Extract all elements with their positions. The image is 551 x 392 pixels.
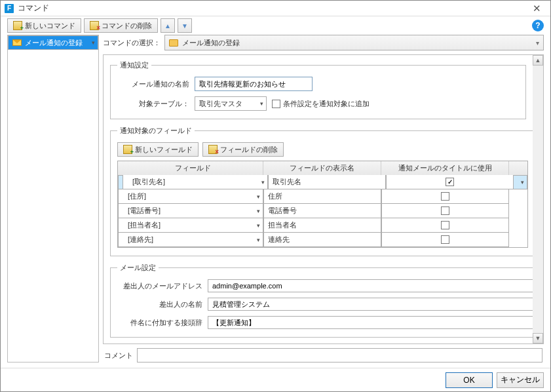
in-title-cell: [381, 189, 509, 204]
delete-command-button[interactable]: コマンドの削除: [84, 18, 158, 33]
comment-input[interactable]: [137, 348, 542, 363]
delete-field-button[interactable]: フィールドの削除: [202, 142, 284, 157]
in-title-checkbox[interactable]: [441, 206, 449, 215]
from-name-label: 差出人の名前: [117, 300, 202, 309]
mail-settings-legend: メール設定: [117, 263, 159, 273]
scroll-up-button[interactable]: ▲: [533, 55, 543, 66]
scroll-track[interactable]: [533, 66, 543, 333]
footer: OK キャンセル: [1, 368, 550, 391]
display-name-cell[interactable]: 担当者名: [263, 218, 381, 233]
delete-command-label: コマンドの削除: [102, 21, 152, 31]
command-select-dropdown[interactable]: メール通知の登録: [164, 35, 544, 50]
move-down-button[interactable]: ▼: [178, 18, 192, 33]
close-button[interactable]: ✕: [527, 2, 546, 15]
new-icon: [123, 145, 132, 154]
command-select-value: メール通知の登録: [182, 38, 240, 48]
vertical-scrollbar[interactable]: ▲ ▼: [533, 55, 543, 343]
display-name-cell[interactable]: 取引先名: [268, 175, 386, 189]
toolbar: 新しいコマンド コマンドの削除 ▲ ▼ ?: [1, 16, 550, 35]
notify-name-label: メール通知の名前: [117, 79, 189, 89]
notify-name-input[interactable]: [195, 77, 313, 91]
target-table-select[interactable]: 取引先マスタ: [195, 96, 267, 111]
table-row[interactable]: [取引先名]取引先名: [118, 175, 527, 189]
sidebar-item-label: メール通知の登録: [25, 38, 83, 48]
comment-label: コメント: [104, 351, 133, 361]
window-title: コマンド: [18, 3, 527, 14]
app-icon: F: [5, 4, 14, 13]
display-name-cell[interactable]: 連絡先: [263, 233, 381, 247]
subject-prefix-input[interactable]: [208, 316, 533, 329]
add-condition-checkbox[interactable]: [272, 100, 280, 108]
sidebar-item-mail-register[interactable]: メール通知の登録: [8, 35, 98, 50]
field-cell[interactable]: [住所]: [118, 189, 263, 204]
in-title-cell: [381, 233, 509, 247]
in-title-checkbox[interactable]: [441, 221, 449, 229]
new-field-button[interactable]: 新しいフィールド: [117, 142, 199, 157]
delete-field-label: フィールドの削除: [220, 145, 278, 155]
new-command-label: 新しいコマンド: [25, 21, 75, 31]
in-title-checkbox[interactable]: [446, 178, 454, 186]
col-field-header: フィールド: [118, 161, 263, 175]
mail-settings-group: メール設定 差出人のメールアドレス 差出人の名前 件名に付加する接頭辞: [110, 263, 533, 338]
ok-button[interactable]: OK: [446, 372, 493, 388]
target-fields-legend: 通知対象のフィールド: [117, 126, 195, 136]
new-command-button[interactable]: 新しいコマンド: [7, 18, 81, 33]
settings-scroll-region: 通知設定 メール通知の名前 対象テーブル： 取引先マスタ 条件設定を通知対象に追…: [103, 54, 544, 344]
folder-icon: [169, 39, 178, 47]
add-condition-label: 条件設定を通知対象に追加: [283, 99, 370, 109]
in-title-cell: [381, 218, 509, 233]
table-row[interactable]: [電話番号]電話番号: [118, 204, 527, 218]
new-icon: [13, 21, 22, 30]
command-select-label: コマンドの選択：: [103, 38, 161, 48]
notify-settings-legend: 通知設定: [117, 60, 151, 70]
display-name-cell[interactable]: 電話番号: [263, 204, 381, 218]
target-table-label: 対象テーブル：: [117, 99, 189, 109]
help-button[interactable]: ?: [532, 20, 544, 31]
from-addr-input[interactable]: [208, 279, 533, 292]
in-title-checkbox[interactable]: [441, 235, 449, 244]
from-addr-label: 差出人のメールアドレス: [117, 281, 202, 291]
table-row[interactable]: [担当者名]担当者名: [118, 218, 527, 233]
field-cell[interactable]: [電話番号]: [118, 204, 263, 218]
sidebar: メール通知の登録: [7, 35, 99, 363]
from-name-input[interactable]: [208, 298, 533, 311]
table-row[interactable]: [連絡先]連絡先: [118, 233, 527, 247]
in-title-cell: [381, 204, 509, 218]
notify-settings-group: 通知設定 メール通知の名前 対象テーブル： 取引先マスタ 条件設定を通知対象に追…: [110, 60, 526, 119]
new-field-label: 新しいフィールド: [135, 145, 193, 155]
target-table-value: 取引先マスタ: [199, 99, 242, 109]
fields-grid: フィールド フィールドの表示名 通知メールのタイトルに使用 [取引先名]取引先名…: [117, 161, 528, 248]
col-intitle-header: 通知メールのタイトルに使用: [381, 161, 509, 175]
target-fields-group: 通知対象のフィールド 新しいフィールド フィールドの削除 フ: [110, 126, 533, 256]
field-cell[interactable]: [取引先名]: [123, 175, 268, 189]
move-up-button[interactable]: ▲: [161, 18, 175, 33]
cancel-button[interactable]: キャンセル: [497, 372, 544, 388]
subject-prefix-label: 件名に付加する接頭辞: [117, 318, 202, 328]
scroll-down-button[interactable]: ▼: [533, 333, 543, 343]
delete-icon: [208, 145, 218, 154]
field-cell[interactable]: [担当者名]: [118, 218, 263, 233]
mail-icon: [12, 39, 22, 46]
titlebar: F コマンド ✕: [1, 1, 550, 16]
in-title-checkbox[interactable]: [441, 192, 449, 201]
delete-icon: [90, 21, 99, 30]
table-row[interactable]: [住所]住所: [118, 189, 527, 204]
display-name-cell[interactable]: 住所: [263, 189, 381, 204]
in-title-cell: [386, 175, 514, 189]
col-display-header: フィールドの表示名: [263, 161, 381, 175]
field-cell[interactable]: [連絡先]: [118, 233, 263, 247]
